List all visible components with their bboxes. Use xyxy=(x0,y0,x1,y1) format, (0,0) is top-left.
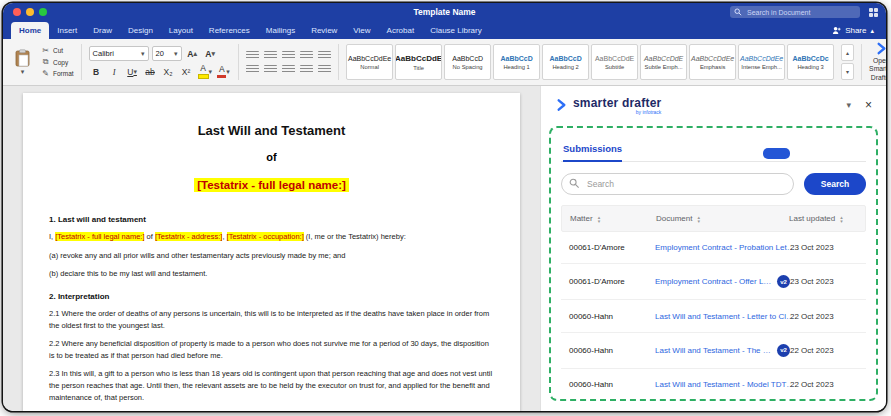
font-color-button[interactable]: A▾ xyxy=(216,65,231,78)
document-link[interactable]: Last Will and Testament - The Will xyxy=(655,346,773,355)
search-button[interactable]: Search xyxy=(804,173,866,195)
chevron-down-icon: ▾ xyxy=(174,50,178,57)
testatrix-occupation-field: [Testatrix - occupation:] xyxy=(227,232,304,241)
document-link[interactable]: Last Will and Testament - Letter to Clie… xyxy=(655,312,795,321)
tab-draw[interactable]: Draw xyxy=(85,22,120,39)
gallery-up-button[interactable]: ▴ xyxy=(841,44,854,61)
underline-button[interactable]: U▾ xyxy=(125,65,140,78)
grow-font-button[interactable]: A▴ xyxy=(185,47,200,60)
align-left-icon[interactable] xyxy=(246,65,259,74)
date-cell: 23 Oct 2023 xyxy=(790,243,858,252)
matter-cell: 00060-Hahn xyxy=(569,312,655,321)
strikethrough-button[interactable]: ab xyxy=(143,65,158,78)
submissions-search-input[interactable] xyxy=(561,173,794,195)
table-row[interactable]: 00060-Hahn Last Will and Testament - The… xyxy=(561,333,866,369)
superscript-button[interactable]: X² xyxy=(179,65,194,78)
scissors-icon: ✂ xyxy=(41,46,50,55)
sort-icon[interactable]: ▴▾ xyxy=(840,215,843,223)
bold-button[interactable]: B xyxy=(89,65,104,78)
tab-review[interactable]: Review xyxy=(303,22,345,39)
header-last-updated[interactable]: Last updated▴▾ xyxy=(789,214,857,223)
justify-icon[interactable] xyxy=(300,65,313,74)
font-group: Calibri▾ 20▾ A▴ A▾ B I U▾ ab X₂ X² A▾ A▾ xyxy=(89,46,232,78)
subscript-button[interactable]: X₂ xyxy=(161,65,176,78)
tab-submissions[interactable]: Submissions xyxy=(563,143,622,162)
panel-collapse-icon[interactable]: ▾ xyxy=(846,100,851,110)
title-bar: Template Name xyxy=(3,3,886,21)
tab-insert[interactable]: Insert xyxy=(49,22,85,39)
open-smarter-drafter-button[interactable]: Open Smarter Drafter xyxy=(869,42,886,82)
font-size-select[interactable]: 20▾ xyxy=(152,46,182,61)
submissions-search-box[interactable] xyxy=(561,173,794,195)
style-intense-emphasis[interactable]: AaBbCcDdEeIntense Emph... xyxy=(738,44,785,80)
notification-badge[interactable] xyxy=(763,148,790,159)
table-row[interactable]: 00060-Hahn Last Will and Testament - Mod… xyxy=(561,369,866,400)
document-link[interactable]: Employment Contract - Probation Lett... xyxy=(655,243,795,252)
sort-icon[interactable]: ▴▾ xyxy=(697,215,700,223)
cut-button[interactable]: ✂Cut xyxy=(41,46,74,55)
style-subtle-emphasis[interactable]: AaBbCcDdESubtle Emph... xyxy=(640,44,687,80)
tab-view[interactable]: View xyxy=(345,22,378,39)
ribbon: ▾ ✂Cut ⧉Copy ✎Format Calibri▾ 20▾ A▴ A▾ … xyxy=(3,39,886,86)
align-center-icon[interactable] xyxy=(264,65,277,74)
table-row[interactable]: 00061-D'Amore Employment Contract - Prob… xyxy=(561,232,866,264)
style-title[interactable]: AaBbCcDdETitle xyxy=(395,44,442,80)
table-row[interactable]: 00061-D'Amore Employment Contract - Offe… xyxy=(561,264,866,300)
sort-icon[interactable]: ▴▾ xyxy=(598,215,601,223)
font-color-swatch xyxy=(217,75,226,78)
style-heading1[interactable]: AaBbCcDHeading 1 xyxy=(493,44,540,80)
matter-cell: 00061-D'Amore xyxy=(569,243,655,252)
font-family-select[interactable]: Calibri▾ xyxy=(89,46,149,61)
date-cell: 22 Oct 2023 xyxy=(790,312,858,321)
format-painter-button[interactable]: ✎Format xyxy=(41,69,74,78)
gallery-down-button[interactable]: ▾ xyxy=(841,63,854,80)
clipboard-group: ✂Cut ⧉Copy ✎Format xyxy=(41,46,74,78)
tab-acrobat[interactable]: Acrobat xyxy=(379,22,423,39)
apps-grid-icon[interactable] xyxy=(869,8,878,17)
style-subtitle[interactable]: AaBbCcDdESubtitle xyxy=(591,44,638,80)
italic-button[interactable]: I xyxy=(107,65,122,78)
copy-button[interactable]: ⧉Copy xyxy=(41,57,74,67)
document-page[interactable]: Last Will and Testament of [Testatrix - … xyxy=(23,93,520,411)
style-emphasis[interactable]: AaBbCcDdEeEmphasis xyxy=(689,44,736,80)
document-search-box[interactable] xyxy=(730,6,860,18)
bullets-icon[interactable] xyxy=(246,51,259,60)
chevron-down-icon: ▾ xyxy=(141,50,145,57)
paste-button[interactable]: ▾ xyxy=(11,47,34,77)
tab-mailings[interactable]: Mailings xyxy=(258,22,303,39)
shrink-font-button[interactable]: A▾ xyxy=(203,47,218,60)
share-label: Share xyxy=(845,26,866,35)
style-heading3[interactable]: AaBbCcDcHeading 3 xyxy=(787,44,834,80)
header-document[interactable]: Document▴▾ xyxy=(656,214,789,223)
document-link[interactable]: Last Will and Testament - Model TDT Term… xyxy=(655,380,795,389)
smarter-drafter-chevron-icon xyxy=(875,42,886,55)
ribbon-divider xyxy=(338,44,339,80)
matter-cell: 00061-D'Amore xyxy=(569,277,655,286)
indent-icon[interactable] xyxy=(318,51,331,60)
tab-references[interactable]: References xyxy=(201,22,258,39)
doc-paragraph-b: (b) declare this to be my last will and … xyxy=(49,268,494,280)
outdent-icon[interactable] xyxy=(300,51,313,60)
table-row[interactable]: 00060-Hahn Last Will and Testament - Let… xyxy=(561,300,866,332)
matter-cell: 00060-Hahn xyxy=(569,346,655,355)
align-right-icon[interactable] xyxy=(282,65,295,74)
smarter-drafter-chevron-icon xyxy=(555,98,568,112)
tab-layout[interactable]: Layout xyxy=(161,22,201,39)
style-normal[interactable]: AaBbCcDdEeNormal xyxy=(346,44,393,80)
panel-close-icon[interactable]: × xyxy=(865,98,872,112)
tab-home[interactable]: Home xyxy=(11,22,49,39)
document-link[interactable]: Employment Contract - Offer Letter xyxy=(655,277,773,286)
highlight-swatch xyxy=(198,74,209,79)
style-heading2[interactable]: AaBbCcDHeading 2 xyxy=(542,44,589,80)
style-no-spacing[interactable]: AaBbCcDNo Spacing xyxy=(444,44,491,80)
multilevel-list-icon[interactable] xyxy=(282,51,295,60)
share-button[interactable]: Share ▴ xyxy=(832,26,874,39)
document-search-input[interactable] xyxy=(745,8,856,17)
header-matter[interactable]: Matter▴▾ xyxy=(570,214,656,223)
doc-paragraph-23: 2.3 In this will, a gift to a person who… xyxy=(49,368,494,403)
highlight-color-button[interactable]: A▾ xyxy=(197,65,214,78)
line-spacing-icon[interactable] xyxy=(318,65,331,74)
numbering-icon[interactable] xyxy=(264,51,277,60)
tab-design[interactable]: Design xyxy=(120,22,161,39)
tab-clause-library[interactable]: Clause Library xyxy=(422,22,490,39)
